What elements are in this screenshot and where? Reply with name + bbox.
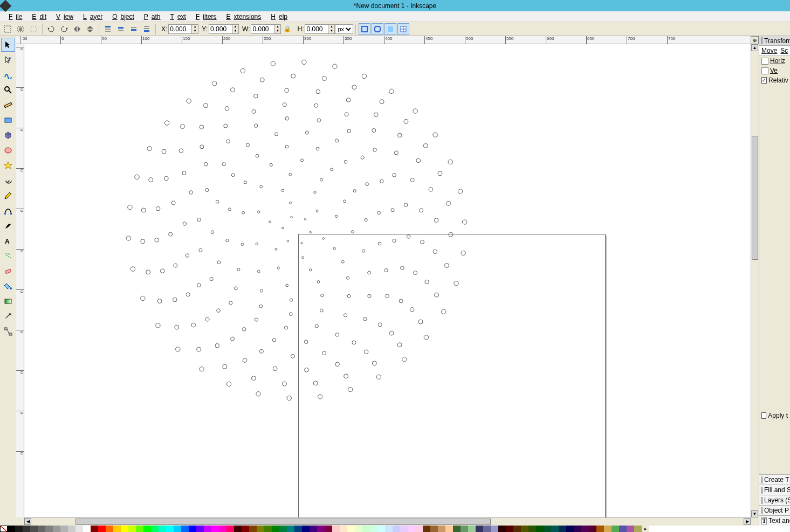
swatch[interactable] <box>453 526 461 532</box>
spray-dot[interactable] <box>269 221 271 223</box>
spray-dot[interactable] <box>222 163 225 166</box>
spray-dot[interactable] <box>149 178 153 182</box>
spray-dot[interactable] <box>226 382 231 386</box>
swatch[interactable] <box>325 526 332 532</box>
star-tool-icon[interactable] <box>1 158 15 172</box>
shortcut-text-font[interactable]: TText and <box>759 515 790 526</box>
spray-dot[interactable] <box>241 68 245 73</box>
menu-filters[interactable]: Filters <box>189 12 220 22</box>
affect-stroke-icon[interactable] <box>359 23 370 35</box>
spray-dot[interactable] <box>448 160 452 164</box>
spray-dot[interactable] <box>315 324 318 328</box>
spray-dot[interactable] <box>189 191 193 195</box>
shortcut-create-tiled[interactable]: Create T <box>759 474 790 485</box>
swatch[interactable] <box>476 526 483 532</box>
spray-dot[interactable] <box>362 250 365 252</box>
swatch[interactable] <box>38 526 45 532</box>
spray-dot[interactable] <box>376 375 381 379</box>
swatch[interactable] <box>461 526 468 532</box>
spray-dot[interactable] <box>290 202 292 204</box>
spray-dot[interactable] <box>410 308 414 312</box>
tab-scale[interactable]: Sc <box>780 47 788 54</box>
spray-dot[interactable] <box>320 178 323 181</box>
canvas[interactable] <box>24 44 751 517</box>
spray-dot[interactable] <box>363 317 367 321</box>
spray-dot[interactable] <box>346 98 351 102</box>
spray-dot[interactable] <box>344 374 348 378</box>
spray-dot[interactable] <box>291 74 296 78</box>
swatch[interactable] <box>264 526 272 532</box>
spray-dot[interactable] <box>255 318 258 321</box>
spray-dot[interactable] <box>333 247 335 250</box>
h-input[interactable] <box>305 24 328 34</box>
spray-dot[interactable] <box>333 64 337 68</box>
spray-dot[interactable] <box>217 261 221 264</box>
swatch[interactable] <box>242 526 249 532</box>
tweak-tool-icon[interactable] <box>1 68 15 82</box>
spray-dot[interactable] <box>420 209 423 212</box>
swatch[interactable] <box>468 526 476 532</box>
shortcut-object-props[interactable]: Object P <box>759 505 790 515</box>
spray-dot[interactable] <box>352 231 354 233</box>
spray-dot[interactable] <box>204 103 208 108</box>
spray-dot[interactable] <box>254 94 258 98</box>
spray-dot[interactable] <box>335 215 338 217</box>
swatch[interactable] <box>60 526 68 532</box>
spray-dot[interactable] <box>243 328 246 331</box>
swatch[interactable] <box>445 526 453 532</box>
menu-help[interactable]: Help <box>264 12 291 22</box>
spray-dot[interactable] <box>230 88 235 92</box>
spray-dot[interactable] <box>353 189 356 192</box>
swatch[interactable] <box>634 526 642 532</box>
swatch[interactable] <box>483 526 491 532</box>
spray-dot[interactable] <box>155 238 159 243</box>
spray-dot[interactable] <box>423 143 428 148</box>
swatch[interactable] <box>98 526 106 532</box>
spray-dot[interactable] <box>285 117 289 121</box>
menu-layer[interactable]: Layer <box>77 12 106 22</box>
rotate-cw-icon[interactable] <box>58 23 70 35</box>
select-all-icon[interactable] <box>15 23 26 35</box>
x-input[interactable] <box>168 24 192 34</box>
spray-dot[interactable] <box>305 131 308 134</box>
spray-dot[interactable] <box>146 270 150 274</box>
y-input[interactable] <box>209 24 232 34</box>
spiral-tool-icon[interactable] <box>1 174 15 188</box>
swatch[interactable] <box>347 526 355 532</box>
swatch[interactable] <box>279 526 287 532</box>
swatch[interactable] <box>362 526 370 532</box>
spray-dot[interactable] <box>446 201 451 205</box>
spray-dot[interactable] <box>229 301 232 305</box>
spray-dot[interactable] <box>373 148 377 152</box>
spray-dot[interactable] <box>352 341 356 344</box>
spray-dot[interactable] <box>147 147 152 151</box>
spray-dot[interactable] <box>384 268 388 272</box>
flip-horizontal-icon[interactable] <box>71 23 83 35</box>
spray-dot[interactable] <box>286 284 288 287</box>
spray-dot[interactable] <box>378 323 382 327</box>
spray-dot[interactable] <box>169 232 173 236</box>
swatch[interactable] <box>75 526 83 532</box>
spray-dot[interactable] <box>162 149 166 154</box>
spray-dot[interactable] <box>205 188 209 191</box>
swatch[interactable] <box>196 526 204 532</box>
x-spinner[interactable]: ▲▼ <box>192 24 198 34</box>
spray-dot[interactable] <box>164 121 169 125</box>
spray-dot[interactable] <box>212 81 217 86</box>
spray-dot[interactable] <box>316 89 320 94</box>
swatch[interactable] <box>498 526 506 532</box>
spray-dot[interactable] <box>217 309 221 313</box>
bezier-tool-icon[interactable] <box>1 204 15 218</box>
box3d-tool-icon[interactable] <box>1 128 15 142</box>
spray-dot[interactable] <box>424 335 428 340</box>
spray-dot[interactable] <box>407 235 410 239</box>
spray-dot[interactable] <box>461 251 465 255</box>
spray-dot[interactable] <box>302 257 304 259</box>
spray-dot[interactable] <box>317 119 321 122</box>
transform-panel-title[interactable]: Transform <box>759 36 790 46</box>
swatch[interactable] <box>8 526 15 532</box>
y-spinner[interactable]: ▲▼ <box>232 24 239 34</box>
spray-dot[interactable] <box>180 125 184 129</box>
spray-dot[interactable] <box>205 317 209 321</box>
lower-icon[interactable] <box>128 23 140 35</box>
